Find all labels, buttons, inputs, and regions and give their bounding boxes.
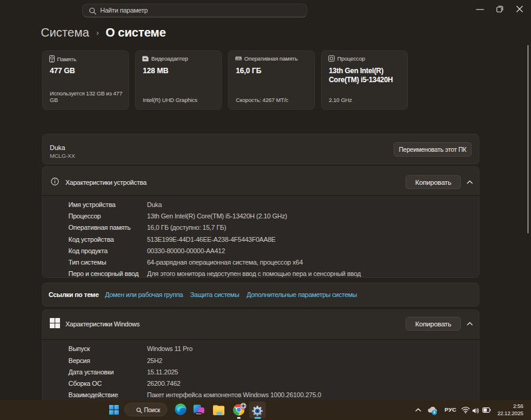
svg-text:M365: M365 bbox=[196, 413, 202, 415]
